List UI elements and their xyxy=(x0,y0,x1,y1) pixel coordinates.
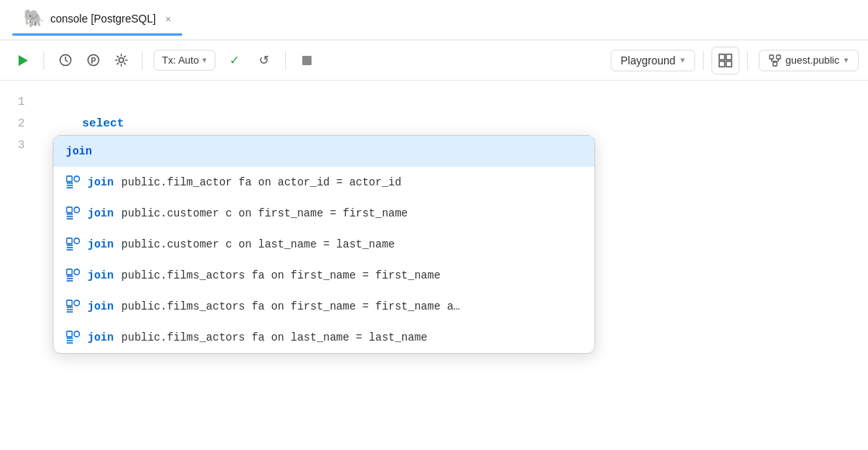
table-icon-3 xyxy=(66,237,80,251)
line-number-3: 3 xyxy=(0,135,37,157)
ac-rest-6: public.films_actors fa on last_name = la… xyxy=(122,331,428,344)
pin-button[interactable]: P xyxy=(80,47,106,74)
svg-point-44 xyxy=(74,331,80,337)
console-tab[interactable]: 🐘 console [PostgreSQL] × xyxy=(12,4,182,36)
svg-text:P: P xyxy=(91,57,96,65)
playground-label: Playground xyxy=(621,54,676,67)
playground-arrow: ▾ xyxy=(680,55,685,65)
editor-area: 1 2 3 select * from actor join join xyxy=(0,81,868,450)
pin-icon: P xyxy=(87,54,100,67)
ac-kw-4: join xyxy=(88,269,114,282)
svg-rect-11 xyxy=(777,55,780,59)
schema-icon xyxy=(769,54,781,67)
separator-5 xyxy=(747,51,748,70)
autocomplete-item-3[interactable]: join public.customer c on last_name = la… xyxy=(53,229,594,260)
ac-kw-3: join xyxy=(88,238,114,251)
svg-point-29 xyxy=(74,238,80,244)
autocomplete-item-4[interactable]: join public.films_actors fa on first_nam… xyxy=(53,260,594,291)
tab-title: console [PostgreSQL] xyxy=(50,12,156,25)
schema-dropdown[interactable]: guest.public ▾ xyxy=(759,50,859,71)
autocomplete-keyword-0: join xyxy=(66,145,92,158)
separator-4 xyxy=(703,51,704,70)
table-icon-4 xyxy=(66,268,80,282)
svg-point-39 xyxy=(74,300,80,306)
autocomplete-item-2[interactable]: join public.customer c on first_name = f… xyxy=(53,198,594,229)
separator-3 xyxy=(285,51,286,70)
schema-arrow: ▾ xyxy=(844,55,849,65)
settings-button[interactable] xyxy=(108,47,134,74)
svg-point-34 xyxy=(74,269,80,275)
code-line-1: select * from actor xyxy=(37,92,868,113)
svg-rect-18 xyxy=(67,176,72,182)
line-number-2: 2 xyxy=(0,113,37,135)
tx-arrow: ▾ xyxy=(202,55,207,65)
table-icon-5 xyxy=(66,299,80,313)
history-icon xyxy=(59,54,72,67)
line-number-1: 1 xyxy=(0,92,37,113)
autocomplete-item-6[interactable]: join public.films_actors fa on last_name… xyxy=(53,322,594,353)
elephant-icon: 🐘 xyxy=(23,9,44,29)
ac-kw-2: join xyxy=(88,207,114,220)
svg-point-4 xyxy=(119,58,123,63)
stop-button[interactable] xyxy=(294,47,320,74)
svg-marker-0 xyxy=(19,55,28,66)
svg-rect-38 xyxy=(67,300,72,306)
table-icon-1 xyxy=(66,175,80,189)
ac-kw-5: join xyxy=(88,300,114,313)
ac-rest-2: public.customer c on first_name = first_… xyxy=(122,207,408,220)
schema-label: guest.public xyxy=(786,54,839,66)
svg-rect-10 xyxy=(770,55,773,59)
autocomplete-item-0[interactable]: join xyxy=(53,136,594,167)
run-button[interactable] xyxy=(9,47,36,74)
ac-kw-1: join xyxy=(88,176,114,189)
svg-point-19 xyxy=(74,176,80,182)
grid-view-button[interactable] xyxy=(711,47,739,74)
svg-rect-7 xyxy=(726,54,732,60)
ac-rest-4: public.films_actors fa on first_name = f… xyxy=(122,269,441,282)
keyword-select: select xyxy=(82,117,124,130)
grid-icon xyxy=(718,54,732,68)
svg-rect-33 xyxy=(67,269,72,275)
svg-rect-8 xyxy=(719,61,725,67)
ac-rest-1: public.film_actor fa on actor_id = actor… xyxy=(122,176,401,189)
tab-close-button[interactable]: × xyxy=(165,13,171,25)
svg-rect-6 xyxy=(719,54,725,60)
toolbar-group-left: P xyxy=(52,47,134,74)
ac-kw-6: join xyxy=(88,331,114,344)
svg-rect-28 xyxy=(67,238,72,244)
title-bar: 🐘 console [PostgreSQL] × xyxy=(0,0,868,40)
autocomplete-item-5[interactable]: join public.films_actors fa on first_nam… xyxy=(53,291,594,322)
svg-rect-12 xyxy=(773,62,777,66)
undo-button[interactable]: ↺ xyxy=(251,47,277,74)
svg-point-24 xyxy=(74,207,80,213)
autocomplete-item-1[interactable]: join public.film_actor fa on actor_id = … xyxy=(53,167,594,198)
tx-dropdown[interactable]: Tx: Auto ▾ xyxy=(153,50,215,71)
separator-2 xyxy=(142,51,143,70)
autocomplete-dropdown: join join public.film_actor fa on actor_… xyxy=(53,135,595,354)
svg-rect-43 xyxy=(67,331,72,337)
stop-icon xyxy=(301,55,312,66)
ac-rest-3: public.customer c on last_name = last_na… xyxy=(122,238,395,251)
table-icon-2 xyxy=(66,206,80,220)
svg-rect-5 xyxy=(302,56,312,65)
svg-rect-9 xyxy=(726,61,732,67)
tx-label: Tx: Auto xyxy=(162,54,199,66)
separator-1 xyxy=(43,51,44,70)
settings-icon xyxy=(115,54,128,67)
ac-rest-5: public.films_actors fa on first_name = f… xyxy=(122,300,460,313)
toolbar: P Tx: Auto ▾ ✓ ↺ Playground ▾ xyxy=(0,40,868,81)
commit-button[interactable]: ✓ xyxy=(222,47,248,74)
history-button[interactable] xyxy=(52,47,78,74)
run-icon xyxy=(16,54,29,67)
table-icon-6 xyxy=(66,331,80,344)
playground-dropdown[interactable]: Playground ▾ xyxy=(611,50,695,71)
line-numbers: 1 2 3 xyxy=(0,81,37,450)
code-line-2: join xyxy=(37,113,868,135)
svg-rect-23 xyxy=(67,207,72,213)
